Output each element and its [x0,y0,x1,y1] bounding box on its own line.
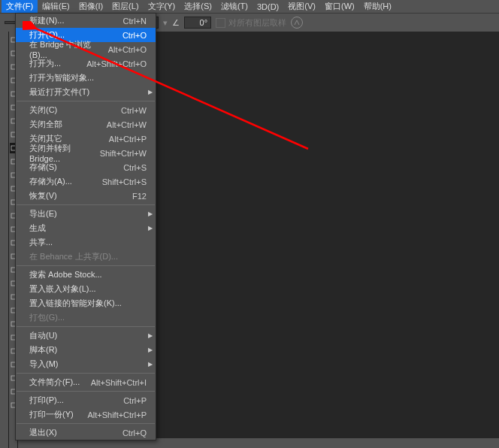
menu-文字y[interactable]: 文字(Y) [144,0,180,13]
menu-item[interactable]: 置入链接的智能对象(K)... [16,296,156,310]
menu-item-label: 存储(S) [29,162,57,173]
menu-separator [17,204,155,205]
menu-图像i[interactable]: 图像(I) [74,0,107,13]
menu-item-label: 打印(P)... [29,395,64,406]
menu-item[interactable]: 打印一份(Y)Alt+Shift+Ctrl+P [16,407,156,422]
menu-item-shortcut: Alt+Shift+Ctrl+O [86,59,147,68]
menu-item-shortcut: Shift+Ctrl+W [100,149,147,158]
menu-item-label: 生成 [29,222,46,234]
menu-item[interactable]: 自动(U) [16,328,156,343]
menu-item[interactable]: 关闭全部Alt+Ctrl+W [16,117,156,132]
menu-item-label: 脚本(R) [29,344,57,356]
menu-编辑e[interactable]: 编辑(E) [38,0,74,13]
menu-item[interactable]: 打开为...Alt+Shift+Ctrl+O [16,56,156,71]
menu-separator [17,265,155,266]
menu-item-label: 导入(M) [29,359,59,370]
menu-item[interactable]: 新建(N)...Ctrl+N [16,14,156,28]
menu-滤镜t[interactable]: 滤镜(T) [216,0,253,13]
menu-item[interactable]: 脚本(R) [16,343,156,357]
menu-separator [17,101,155,101]
menu-item-label: 打开为智能对象... [29,72,94,83]
menu-item-shortcut: Alt+Shift+Ctrl+P [87,410,147,419]
menu-item[interactable]: 存储(S)Ctrl+S [16,160,156,174]
menu-item[interactable]: 关闭(C)Ctrl+W [16,103,156,117]
menu-item-shortcut: Alt+Ctrl+P [109,135,147,144]
menu-item-shortcut: Ctrl+S [123,163,147,172]
menu-item[interactable]: 打开为智能对象... [16,71,156,85]
menubar: 文件(F)编辑(E)图像(I)图层(L)文字(Y)选择(S)滤镜(T)3D(D)… [0,0,499,13]
menu-选择s[interactable]: 选择(S) [180,0,216,13]
menu-item-label: 打包(G)... [29,312,65,323]
menu-item[interactable]: 在 Bridge 中浏览(B)...Alt+Ctrl+O [16,42,156,56]
menu-item[interactable]: 文件简介(F)...Alt+Shift+Ctrl+I [16,375,156,389]
menu-item-shortcut: Alt+Shift+Ctrl+I [91,378,147,387]
menu-item-label: 打开为... [29,58,61,69]
pressure-icon[interactable] [291,17,303,29]
menu-item[interactable]: 关闭并转到 Bridge...Shift+Ctrl+W [16,146,156,160]
menu-item: 打包(G)... [16,310,156,325]
menu-item-shortcut: Ctrl+N [123,17,147,26]
menu-item[interactable]: 共享... [16,235,156,250]
menu-item[interactable]: 恢复(V)F12 [16,189,156,203]
menu-item-label: 导出(E) [29,208,57,219]
menu-窗口w[interactable]: 窗口(W) [320,0,359,13]
menu-item-label: 恢复(V) [29,190,57,201]
menu-文件f[interactable]: 文件(F) [2,0,38,13]
menu-item-label: 搜索 Adobe Stock... [29,269,102,280]
menu-帮助h[interactable]: 帮助(H) [359,0,396,13]
menu-item-label: 新建(N)... [29,15,64,26]
menu-图层l[interactable]: 图层(L) [107,0,143,13]
menu-item-label: 置入嵌入对象(L)... [29,283,96,295]
menu-item[interactable]: 生成 [16,221,156,235]
menu-item[interactable]: 打印(P)...Ctrl+P [16,393,156,407]
menu-item-shortcut: Ctrl+P [123,396,147,405]
menu-item-label: 退出(X) [29,427,57,438]
menu-separator [17,391,155,392]
angle-icon: ∠ [172,18,180,28]
menu-item[interactable]: 置入嵌入对象(L)... [16,282,156,296]
menu-3dd[interactable]: 3D(D) [253,2,283,12]
menu-separator [17,423,155,424]
menu-item-shortcut: Ctrl+O [122,31,147,40]
menu-item[interactable]: 最近打开文件(T) [16,85,156,99]
menu-item-label: 存储为(A)... [29,176,72,187]
menu-item-shortcut: Ctrl+Q [122,428,147,437]
menu-item-label: 打印一份(Y) [29,409,74,420]
menu-item-label: 共享... [29,237,53,248]
menu-item[interactable]: 存储为(A)...Shift+Ctrl+S [16,174,156,189]
menu-item-label: 文件简介(F)... [29,377,80,388]
menu-item-label: 置入链接的智能对象(K)... [29,298,122,309]
menu-item-shortcut: Shift+Ctrl+S [102,177,147,186]
menu-item-shortcut: F12 [132,192,147,201]
menu-item[interactable]: 搜索 Adobe Stock... [16,268,156,282]
menu-item[interactable]: 导出(E) [16,207,156,221]
menu-item-label: 关闭全部 [29,119,62,130]
file-menu-dropdown: 新建(N)...Ctrl+N打开(O)...Ctrl+O在 Bridge 中浏览… [15,13,156,440]
menu-separator [17,373,155,374]
menu-item-label: 最近打开文件(T) [29,86,89,98]
menu-item: 在 Behance 上共享(D)... [16,250,156,264]
menu-item[interactable]: 导入(M) [16,357,156,371]
menu-item[interactable]: 退出(X)Ctrl+Q [16,425,156,440]
menu-item-label: 在 Behance 上共享(D)... [29,251,118,262]
menu-item-shortcut: Ctrl+W [121,106,147,115]
angle-input[interactable]: 0° [184,17,211,29]
tool-strip-a [0,32,9,448]
menu-separator [17,326,155,327]
menu-item-shortcut: Alt+Ctrl+W [107,120,147,129]
menu-item-label: 自动(U) [29,330,57,341]
menu-item-shortcut: Alt+Ctrl+O [108,45,147,54]
menu-视图v[interactable]: 视图(V) [283,0,320,13]
all-layers-checkbox[interactable]: 对所有图层取样 [216,17,286,29]
menu-item-label: 关闭(C) [29,104,57,116]
